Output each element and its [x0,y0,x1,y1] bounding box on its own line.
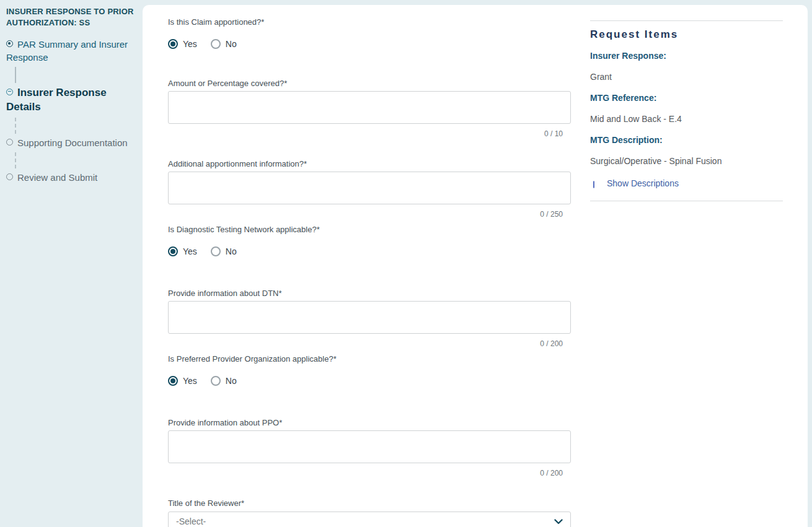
insurer-response-details-form: Is this Claim apportioned?* Yes No Amoun… [168,5,571,527]
step-label: Supporting Documentation [17,137,128,148]
amount-covered-field: Amount or Percentage covered?* 0 / 10 [168,79,571,138]
dtn-applicable-field: Is Diagnostic Testing Network applicable… [168,225,571,256]
wizard-sidebar: INSURER RESPONSE TO PRIOR AUTHORIZATION:… [0,0,143,527]
char-counter: 0 / 250 [168,210,571,219]
panel-top-divider [590,20,783,21]
insurer-response-label: Insurer Response: [590,51,783,61]
ppo-yes-radio[interactable]: Yes [168,376,197,386]
mtg-description-value: Surgical/Operative - Spinal Fusion [590,157,783,166]
mtg-reference-label: MTG Reference: [590,94,783,103]
wizard-title: INSURER RESPONSE TO PRIOR AUTHORIZATION:… [6,6,138,28]
reviewer-title-select[interactable]: -Select- [168,512,571,527]
radio-label[interactable]: No [226,39,237,49]
ppo-info-label: Provide information about PPO* [168,418,571,427]
step-label: PAR Summary and Insurer Response [6,39,128,62]
additional-apportionment-field: Additional apportionment information?* 0… [168,159,571,219]
radio-unselected-icon[interactable] [211,39,221,49]
char-counter: 0 / 10 [168,129,571,138]
radio-selected-icon[interactable] [168,376,178,386]
radio-unselected-icon[interactable] [211,246,221,256]
radio-label[interactable]: Yes [183,246,197,256]
step-connector [15,67,16,83]
request-items-panel: Request Items Insurer Response: Grant MT… [590,20,783,201]
claim-apportioned-radio-group: Yes No [168,38,571,49]
dtn-info-textarea[interactable] [168,301,571,334]
radio-label[interactable]: Yes [183,39,197,49]
chevron-down-icon [554,519,563,525]
dtn-no-radio[interactable]: No [211,246,237,256]
step-connector [15,152,16,168]
char-counter: 0 / 200 [168,469,571,477]
ppo-info-textarea[interactable] [168,430,571,463]
dtn-yes-radio[interactable]: Yes [168,246,197,256]
page: INSURER RESPONSE TO PRIOR AUTHORIZATION:… [0,0,812,527]
select-value: -Select- [176,516,206,526]
ppo-info-field: Provide information about PPO* 0 / 200 [168,418,571,477]
dtn-info-label: Provide information about DTN* [168,289,571,298]
radio-filled-icon [6,40,13,47]
request-items-title: Request Items [590,29,783,40]
amount-covered-label: Amount or Percentage covered?* [168,79,571,88]
char-counter: 0 / 200 [168,339,571,348]
radio-empty-icon [6,173,13,180]
claim-apportioned-no-radio[interactable]: No [211,39,237,49]
dtn-applicable-radio-group: Yes No [168,246,571,256]
step-label: Review and Submit [17,172,97,183]
radio-selected-icon[interactable] [168,39,178,49]
radio-unselected-icon[interactable] [211,376,221,386]
ppo-applicable-field: Is Preferred Provider Organization appli… [168,354,571,386]
plus-icon[interactable] [590,180,598,188]
step-label: Insurer Response Details [6,87,107,113]
show-descriptions-link[interactable]: Show Descriptions [590,179,783,188]
ppo-applicable-label: Is Preferred Provider Organization appli… [168,354,571,364]
radio-label[interactable]: Yes [183,376,197,386]
sidebar-item-insurer-response-details[interactable]: Insurer Response Details [6,86,138,115]
radio-label[interactable]: No [226,246,237,256]
radio-dash-icon [6,89,13,95]
claim-apportioned-label: Is this Claim apportioned?* [168,17,571,27]
claim-apportioned-yes-radio[interactable]: Yes [168,39,197,49]
radio-selected-icon[interactable] [168,246,178,256]
panel-bottom-divider [590,201,783,201]
mtg-reference-value: Mid and Low Back - E.4 [590,115,783,124]
content-card: Is this Claim apportioned?* Yes No Amoun… [143,5,808,527]
additional-apportionment-textarea[interactable] [168,172,571,204]
reviewer-title-field: Title of the Reviewer* -Select- [168,499,571,527]
radio-label[interactable]: No [226,376,237,386]
show-descriptions-label[interactable]: Show Descriptions [607,179,679,188]
sidebar-item-supporting-documentation[interactable]: Supporting Documentation [6,137,138,149]
mtg-description-label: MTG Description: [590,136,783,145]
dtn-info-field: Provide information about DTN* 0 / 200 [168,289,571,348]
sidebar-item-par-summary[interactable]: PAR Summary and Insurer Response [6,38,138,64]
dtn-applicable-label: Is Diagnostic Testing Network applicable… [168,225,571,234]
sidebar-item-review-and-submit[interactable]: Review and Submit [6,172,138,184]
radio-empty-icon [6,139,13,146]
ppo-no-radio[interactable]: No [211,376,237,386]
insurer-response-value: Grant [590,72,783,82]
amount-covered-textarea[interactable] [168,91,571,124]
step-connector [15,118,16,134]
claim-apportioned-field: Is this Claim apportioned?* Yes No [168,17,571,49]
additional-apportionment-label: Additional apportionment information?* [168,159,571,168]
ppo-applicable-radio-group: Yes No [168,375,571,386]
reviewer-title-label: Title of the Reviewer* [168,499,571,508]
